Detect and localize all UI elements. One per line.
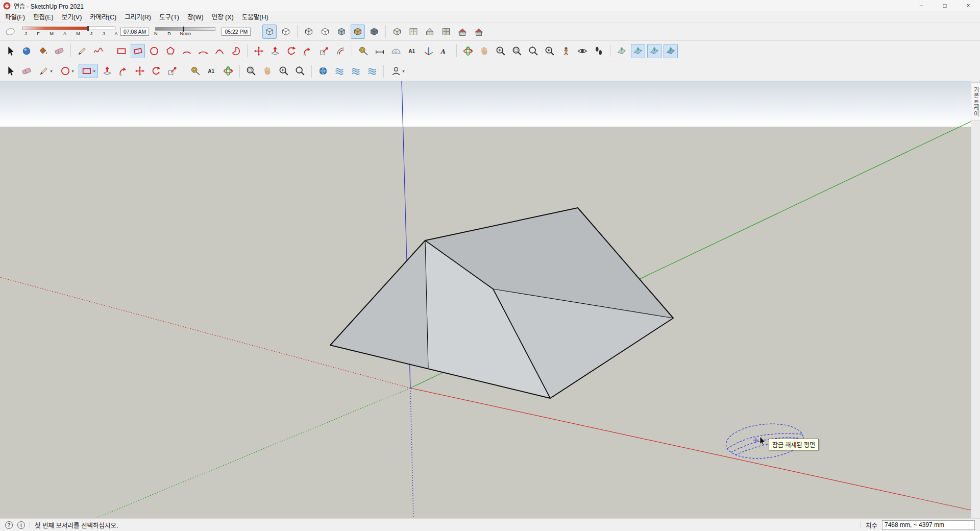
terrain-icon-3[interactable]: [365, 64, 379, 78]
circle-tool[interactable]: ▾: [57, 64, 77, 78]
menu-camera[interactable]: 카메라(C): [86, 11, 120, 22]
menu-tools[interactable]: 도구(T): [155, 11, 183, 22]
shadow-date-slider[interactable]: [22, 27, 115, 30]
account-icon[interactable]: ▾: [388, 64, 407, 78]
two-point-arc-tool[interactable]: [196, 44, 210, 58]
rotate-tool[interactable]: [284, 44, 299, 58]
scene-box-icon[interactable]: [390, 25, 404, 39]
polygon-tool[interactable]: [163, 44, 178, 58]
eraser-tool[interactable]: [52, 44, 66, 58]
freehand-tool[interactable]: [91, 44, 106, 58]
zoom-tool[interactable]: [494, 44, 508, 58]
terrain-icon-2[interactable]: [349, 64, 363, 78]
move-tool[interactable]: [133, 64, 147, 78]
menu-edit[interactable]: 편집(E): [29, 11, 58, 22]
rotate-tool[interactable]: [149, 64, 163, 78]
display-section-planes[interactable]: [631, 44, 645, 58]
menu-help[interactable]: 도움말(H): [238, 11, 273, 22]
shadow-date-thumb[interactable]: [87, 26, 89, 31]
previous-view-tool[interactable]: [543, 44, 557, 58]
display-section-cuts[interactable]: [647, 44, 662, 58]
help-icon[interactable]: ?: [5, 521, 13, 529]
shadow-time-start[interactable]: 07:08 AM: [120, 28, 149, 36]
follow-me-tool[interactable]: [116, 64, 131, 78]
pan-tool[interactable]: [477, 44, 492, 58]
view-iso[interactable]: [423, 25, 437, 39]
scale-tool[interactable]: [317, 44, 331, 58]
pages-icon[interactable]: [406, 25, 421, 39]
style-wireframe[interactable]: [302, 25, 316, 39]
line-tool[interactable]: ▾: [36, 64, 55, 78]
pan-tool[interactable]: [260, 64, 275, 78]
orbit-tool[interactable]: [461, 44, 475, 58]
zoom-extents-tool[interactable]: [293, 64, 307, 78]
dimension-tool[interactable]: [373, 44, 387, 58]
pie-tool[interactable]: [229, 44, 243, 58]
shadow-time-slider[interactable]: [155, 27, 215, 31]
shadow-time-end[interactable]: 05:22 PM: [222, 28, 251, 36]
circle-tool[interactable]: [147, 44, 161, 58]
view-back[interactable]: [472, 25, 486, 39]
orbit-tool[interactable]: [221, 64, 235, 78]
select-tool[interactable]: [3, 44, 17, 58]
tape-measure-tool[interactable]: [188, 64, 203, 78]
terrain-icon-1[interactable]: [332, 64, 347, 78]
minimize-button[interactable]: –: [910, 0, 933, 11]
geo-location-icon[interactable]: [316, 64, 330, 78]
rotated-rectangle-tool[interactable]: [131, 44, 145, 58]
arc-tool[interactable]: [180, 44, 194, 58]
scale-tool[interactable]: [165, 64, 180, 78]
account-icon-dropdown[interactable]: ▾: [402, 69, 404, 74]
shadow-toggle[interactable]: [3, 25, 17, 39]
style-shaded[interactable]: [334, 25, 349, 39]
text-tool[interactable]: A1: [405, 44, 420, 58]
measurements-input[interactable]: [882, 520, 975, 530]
tray-tab-default[interactable]: 기본 트레이: [971, 82, 980, 121]
menu-draw[interactable]: 그리기(R): [120, 11, 155, 22]
rectangle-tool[interactable]: ▾: [79, 64, 98, 78]
viewport[interactable]: 잠금 해제된 평면: [0, 81, 971, 518]
circle-tool-dropdown[interactable]: ▾: [71, 69, 74, 74]
position-camera-tool[interactable]: [559, 44, 573, 58]
menu-view[interactable]: 보기(V): [58, 11, 86, 22]
style-back-edges[interactable]: [279, 25, 293, 39]
close-button[interactable]: ×: [957, 0, 980, 11]
three-point-arc-tool[interactable]: [212, 44, 227, 58]
maximize-button[interactable]: □: [933, 0, 957, 11]
line-tool-dropdown[interactable]: ▾: [50, 69, 52, 74]
zoom-window-tool[interactable]: [244, 64, 258, 78]
protractor-tool[interactable]: [389, 44, 403, 58]
eraser-tool[interactable]: [19, 64, 34, 78]
follow-me-tool[interactable]: [301, 44, 315, 58]
style-monochrome[interactable]: [367, 25, 381, 39]
style-xray[interactable]: [262, 25, 277, 39]
push-pull-tool[interactable]: [100, 64, 114, 78]
zoom-extents-tool[interactable]: [526, 44, 541, 58]
viewport-canvas[interactable]: [0, 81, 971, 518]
3d-text-tool[interactable]: A: [438, 44, 452, 58]
style-hidden-line[interactable]: [318, 25, 332, 39]
info-icon[interactable]: i: [17, 521, 25, 529]
rectangle-tool[interactable]: [114, 44, 129, 58]
menu-extensions[interactable]: 연장 (X): [208, 11, 238, 22]
view-top[interactable]: [439, 25, 453, 39]
zoom-window-tool[interactable]: [510, 44, 524, 58]
paint-bucket-tool[interactable]: [36, 44, 50, 58]
tape-measure-tool[interactable]: [356, 44, 371, 58]
menu-file[interactable]: 파일(F): [1, 11, 29, 22]
menu-window[interactable]: 창(W): [183, 11, 208, 22]
line-tool[interactable]: [75, 44, 89, 58]
walk-tool[interactable]: [592, 44, 606, 58]
rectangle-tool-dropdown[interactable]: ▾: [93, 69, 95, 74]
axes-tool[interactable]: [422, 44, 436, 58]
shadow-time-thumb[interactable]: [183, 27, 184, 32]
push-pull-tool[interactable]: [268, 44, 282, 58]
zoom-tool[interactable]: [277, 64, 291, 78]
select-tool[interactable]: [3, 64, 17, 78]
look-around-tool[interactable]: [575, 44, 590, 58]
display-section-fill[interactable]: [664, 44, 678, 58]
move-tool[interactable]: [252, 44, 266, 58]
make-component-tool[interactable]: [19, 44, 34, 58]
style-shaded-textures[interactable]: [351, 25, 365, 39]
offset-tool[interactable]: [333, 44, 348, 58]
